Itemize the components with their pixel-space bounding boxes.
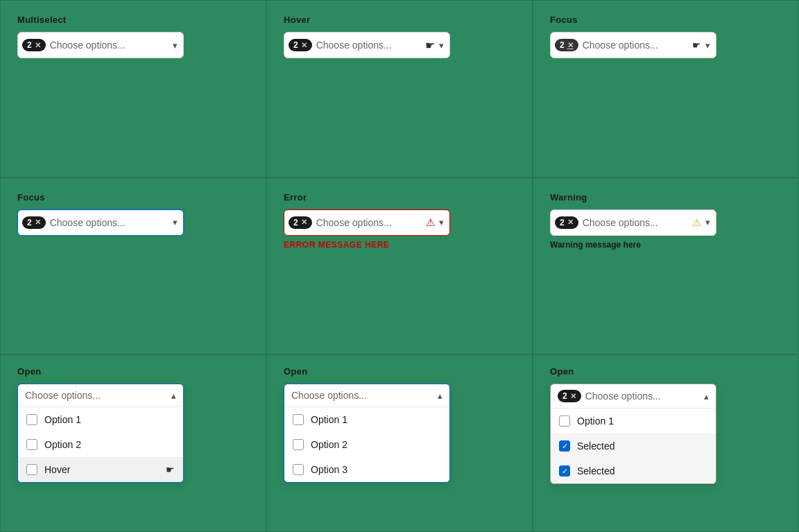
cell-focus: Focus 2 ✕ Choose options... ▾ xyxy=(0,178,266,355)
option-open3-2-label: Selected xyxy=(577,440,615,452)
badge-focus: 2 ✕ xyxy=(22,216,46,229)
cell-error: Error 2 ✕ Choose options... ⚠ ▾ Error me… xyxy=(266,178,533,355)
dropdown-open2-placeholder: Choose options... xyxy=(291,390,438,401)
badge-default: 2 ✕ xyxy=(22,39,46,51)
chevron-warning: ▾ xyxy=(705,217,710,228)
checkbox-open3-3[interactable]: ✓ xyxy=(559,465,570,477)
badge-clear-error[interactable]: ✕ xyxy=(301,218,307,227)
cell-focus-top: Focus 2 ✕ Choose options... ☛ ▾ xyxy=(533,0,799,178)
placeholder-focus-top: Choose options... xyxy=(583,40,692,51)
option-open2-1-label: Option 1 xyxy=(311,414,347,425)
option-open2-2-label: Option 2 xyxy=(311,439,347,450)
badge-clear-focus[interactable]: ✕ xyxy=(35,218,41,227)
icons-error: ⚠ ▾ xyxy=(426,216,444,229)
option-open3-2[interactable]: ✓ Selected xyxy=(551,434,716,458)
icons-default: ▾ xyxy=(173,40,178,51)
multiselect-hover[interactable]: 2 ✕ Choose options... ☛ ▾ xyxy=(284,32,450,58)
option-open2-1[interactable]: Option 1 xyxy=(284,407,449,432)
icons-hover: ☛ ▾ xyxy=(425,39,444,52)
cell-open3: Open 2 ✕ Choose options... ▴ Option 1 ✓ … xyxy=(533,354,799,532)
icons-focus-top: ☛ ▾ xyxy=(692,40,710,51)
warning-icon: ⚠ xyxy=(692,216,701,229)
dropdown-open2[interactable]: Choose options... ▴ Option 1 Option 2 Op… xyxy=(284,384,450,483)
checkbox-open3-2[interactable]: ✓ xyxy=(559,440,570,452)
option-open3-1-label: Option 1 xyxy=(577,415,614,427)
hover-cursor-icon: ☛ xyxy=(166,464,175,475)
badge-clear-focus-top[interactable]: ✕ xyxy=(567,41,574,50)
dropdown-open2-chevron: ▴ xyxy=(438,391,443,401)
icons-warning: ⚠ ▾ xyxy=(692,216,710,229)
option-open1-2-label: Option 2 xyxy=(44,439,81,450)
multiselect-warning[interactable]: 2 ✕ Choose options... ⚠ ▾ xyxy=(550,209,716,236)
checkbox-open1-2[interactable] xyxy=(26,439,37,450)
placeholder-focus: Choose options... xyxy=(50,217,173,228)
option-open2-3[interactable]: Option 3 xyxy=(284,457,449,482)
placeholder-hover: Choose options... xyxy=(316,40,425,51)
badge-hover: 2 ✕ xyxy=(289,39,312,51)
cursor-icon: ☛ xyxy=(425,39,435,52)
chevron-focus-top: ▾ xyxy=(705,40,710,51)
error-icon: ⚠ xyxy=(426,216,435,229)
cell-hover-label: Hover xyxy=(284,15,310,25)
chevron-focus: ▾ xyxy=(173,217,178,228)
cell-focus-label: Focus xyxy=(17,192,45,203)
cell-open2-label: Open xyxy=(284,366,307,377)
placeholder-error: Choose options... xyxy=(316,217,426,228)
cell-warning-label: Warning xyxy=(550,192,587,203)
badge-clear-open3[interactable]: ✕ xyxy=(570,392,576,401)
cursor-icon-focus: ☛ xyxy=(692,40,701,51)
cell-warning: Warning 2 ✕ Choose options... ⚠ ▾ Warnin… xyxy=(533,178,799,355)
dropdown-open3-chevron: ▴ xyxy=(704,391,709,402)
cell-open3-label: Open xyxy=(550,366,574,377)
badge-clear-default[interactable]: ✕ xyxy=(35,41,41,50)
option-open1-3[interactable]: Hover ☛ xyxy=(18,457,183,482)
badge-clear-warning[interactable]: ✕ xyxy=(567,218,574,227)
warning-message: Warning message here xyxy=(550,240,641,250)
dropdown-open1[interactable]: Choose options... ▴ Option 1 Option 2 Ho… xyxy=(17,384,184,483)
cell-open1-label: Open xyxy=(17,366,41,377)
placeholder-warning: Choose options... xyxy=(583,217,692,228)
icons-focus: ▾ xyxy=(173,217,178,228)
badge-open3: 2 ✕ xyxy=(558,390,581,402)
dropdown-open3-trigger[interactable]: 2 ✕ Choose options... ▴ xyxy=(551,384,716,409)
cell-hover: Hover 2 ✕ Choose options... ☛ ▾ xyxy=(266,0,533,178)
error-message: Error message here xyxy=(284,240,389,250)
multiselect-focus[interactable]: 2 ✕ Choose options... ▾ xyxy=(17,209,184,236)
dropdown-open1-trigger[interactable]: Choose options... ▴ xyxy=(18,384,183,407)
checkbox-open2-3[interactable] xyxy=(293,464,304,475)
cell-open2: Open Choose options... ▴ Option 1 Option… xyxy=(266,354,533,532)
option-open1-1-label: Option 1 xyxy=(44,414,81,425)
option-open1-3-label: Hover xyxy=(44,464,70,475)
multiselect-error[interactable]: 2 ✕ Choose options... ⚠ ▾ xyxy=(284,209,450,236)
chevron-hover: ▾ xyxy=(439,40,444,51)
checkbox-open3-1[interactable] xyxy=(559,415,570,427)
dropdown-open3[interactable]: 2 ✕ Choose options... ▴ Option 1 ✓ Selec… xyxy=(550,384,716,484)
badge-focus-top: 2 ✕ xyxy=(555,39,578,51)
option-open3-1[interactable]: Option 1 xyxy=(551,409,716,434)
states-grid: Multiselect 2 ✕ Choose options... ▾ Hove… xyxy=(0,0,799,532)
dropdown-open1-chevron: ▴ xyxy=(171,391,176,401)
cell-focus-top-label: Focus xyxy=(550,15,578,25)
checkbox-open1-1[interactable] xyxy=(26,414,37,425)
checkbox-open2-1[interactable] xyxy=(293,414,304,425)
option-open3-3-label: Selected xyxy=(577,465,615,477)
cell-default-label: Multiselect xyxy=(17,15,66,25)
option-open2-2[interactable]: Option 2 xyxy=(284,432,449,457)
dropdown-open1-placeholder: Choose options... xyxy=(25,390,171,401)
placeholder-default: Choose options... xyxy=(50,40,173,51)
cell-default: Multiselect 2 ✕ Choose options... ▾ xyxy=(0,0,266,178)
cell-open1: Open Choose options... ▴ Option 1 Option… xyxy=(0,354,266,532)
checkbox-open1-3[interactable] xyxy=(26,464,37,475)
checkbox-open2-2[interactable] xyxy=(293,439,304,450)
option-open1-1[interactable]: Option 1 xyxy=(18,407,183,432)
multiselect-focus-top[interactable]: 2 ✕ Choose options... ☛ ▾ xyxy=(550,32,716,58)
dropdown-open3-placeholder: Choose options... xyxy=(585,391,704,402)
multiselect-default[interactable]: 2 ✕ Choose options... ▾ xyxy=(17,32,184,58)
badge-warning: 2 ✕ xyxy=(555,216,578,229)
option-open3-3[interactable]: ✓ Selected xyxy=(551,458,716,483)
badge-error: 2 ✕ xyxy=(289,216,312,229)
badge-clear-hover[interactable]: ✕ xyxy=(301,41,307,50)
option-open1-2[interactable]: Option 2 xyxy=(18,432,183,457)
dropdown-open2-trigger[interactable]: Choose options... ▴ xyxy=(284,384,449,407)
chevron-error: ▾ xyxy=(439,217,444,228)
